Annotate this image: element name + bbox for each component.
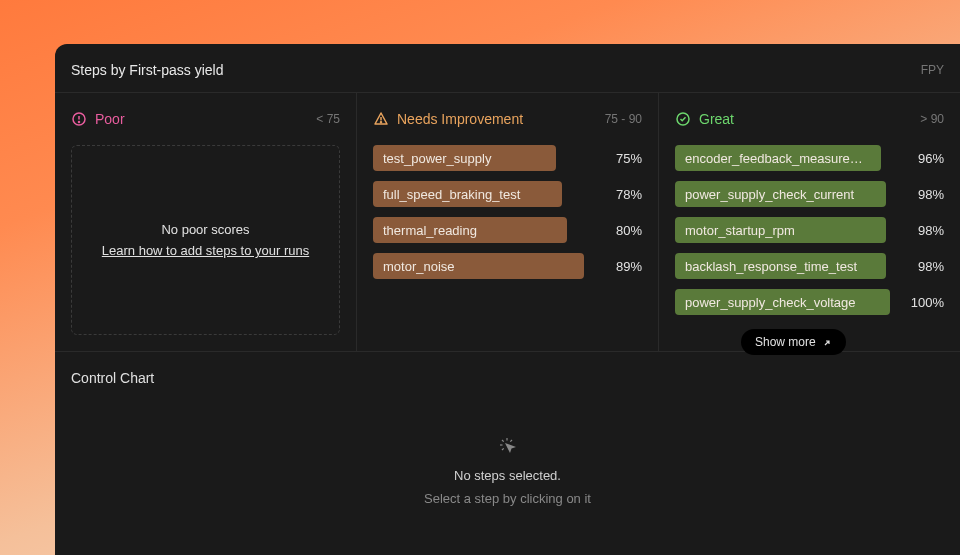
step-value: 80% xyxy=(600,223,642,238)
column-needs-title-wrap: Needs Improvement xyxy=(373,111,523,127)
step-bar-wrap: encoder_feedback_measure… xyxy=(675,145,890,171)
control-chart-title: Control Chart xyxy=(71,370,944,386)
column-poor-label: Poor xyxy=(95,111,125,127)
step-bar-wrap: thermal_reading xyxy=(373,217,588,243)
panel-badge: FPY xyxy=(921,63,944,77)
poor-empty-box: No poor scores Learn how to add steps to… xyxy=(71,145,340,335)
column-great: Great > 90 encoder_feedback_measure…96%p… xyxy=(659,93,960,351)
column-great-range: > 90 xyxy=(920,112,944,126)
column-poor-title-wrap: Poor xyxy=(71,111,125,127)
step-value: 96% xyxy=(902,151,944,166)
step-value: 75% xyxy=(600,151,642,166)
fpy-panel: Steps by First-pass yield FPY Poor < 75 xyxy=(55,44,960,555)
step-bar: encoder_feedback_measure… xyxy=(675,145,881,171)
panel-header: Steps by First-pass yield FPY xyxy=(55,44,960,93)
control-empty-line2: Select a step by clicking on it xyxy=(424,491,591,506)
step-bar: motor_startup_rpm xyxy=(675,217,886,243)
step-bar: thermal_reading xyxy=(373,217,567,243)
column-needs: Needs Improvement 75 - 90 test_power_sup… xyxy=(357,93,659,351)
column-great-title-wrap: Great xyxy=(675,111,734,127)
poor-empty-title: No poor scores xyxy=(161,222,249,237)
arrow-up-right-icon xyxy=(822,337,832,347)
step-bar: power_supply_check_current xyxy=(675,181,886,207)
column-great-label: Great xyxy=(699,111,734,127)
step-value: 98% xyxy=(902,223,944,238)
show-more-label: Show more xyxy=(755,335,816,349)
alert-circle-icon xyxy=(71,111,87,127)
great-step-list: encoder_feedback_measure…96%power_supply… xyxy=(675,145,944,315)
step-row[interactable]: test_power_supply75% xyxy=(373,145,642,171)
svg-point-4 xyxy=(381,122,382,123)
control-chart-section: Control Chart No steps selected. Select … xyxy=(55,351,960,524)
learn-how-link[interactable]: Learn how to add steps to your runs xyxy=(102,243,309,258)
step-bar: backlash_response_time_test xyxy=(675,253,886,279)
step-value: 98% xyxy=(902,259,944,274)
alert-triangle-icon xyxy=(373,111,389,127)
step-row[interactable]: power_supply_check_current98% xyxy=(675,181,944,207)
column-needs-range: 75 - 90 xyxy=(605,112,642,126)
svg-line-10 xyxy=(502,448,504,450)
show-more-button[interactable]: Show more xyxy=(741,329,846,355)
step-row[interactable]: backlash_response_time_test98% xyxy=(675,253,944,279)
step-bar-wrap: power_supply_check_current xyxy=(675,181,890,207)
step-bar-wrap: motor_startup_rpm xyxy=(675,217,890,243)
column-needs-label: Needs Improvement xyxy=(397,111,523,127)
column-poor-range: < 75 xyxy=(316,112,340,126)
needs-step-list: test_power_supply75%full_speed_braking_t… xyxy=(373,145,642,279)
step-value: 89% xyxy=(600,259,642,274)
step-row[interactable]: full_speed_braking_test78% xyxy=(373,181,642,207)
step-row[interactable]: motor_startup_rpm98% xyxy=(675,217,944,243)
step-row[interactable]: power_supply_check_voltage100% xyxy=(675,289,944,315)
step-value: 98% xyxy=(902,187,944,202)
column-poor-header: Poor < 75 xyxy=(71,111,340,127)
svg-line-9 xyxy=(510,440,512,442)
step-value: 78% xyxy=(600,187,642,202)
step-bar-wrap: motor_noise xyxy=(373,253,588,279)
step-bar-wrap: backlash_response_time_test xyxy=(675,253,890,279)
svg-line-8 xyxy=(502,440,504,442)
columns: Poor < 75 No poor scores Learn how to ad… xyxy=(55,93,960,351)
step-row[interactable]: thermal_reading80% xyxy=(373,217,642,243)
step-value: 100% xyxy=(902,295,944,310)
step-bar: test_power_supply xyxy=(373,145,556,171)
step-bar: motor_noise xyxy=(373,253,584,279)
check-circle-icon xyxy=(675,111,691,127)
panel-title: Steps by First-pass yield xyxy=(71,62,224,78)
control-empty-line1: No steps selected. xyxy=(454,468,561,483)
step-bar-wrap: power_supply_check_voltage xyxy=(675,289,890,315)
svg-point-2 xyxy=(79,122,80,123)
step-row[interactable]: encoder_feedback_measure…96% xyxy=(675,145,944,171)
control-chart-empty: No steps selected. Select a step by clic… xyxy=(71,436,944,506)
column-needs-header: Needs Improvement 75 - 90 xyxy=(373,111,642,127)
column-great-header: Great > 90 xyxy=(675,111,944,127)
step-row[interactable]: motor_noise89% xyxy=(373,253,642,279)
column-poor: Poor < 75 No poor scores Learn how to ad… xyxy=(55,93,357,351)
step-bar-wrap: full_speed_braking_test xyxy=(373,181,588,207)
cursor-click-icon xyxy=(498,436,518,456)
step-bar: full_speed_braking_test xyxy=(373,181,562,207)
step-bar: power_supply_check_voltage xyxy=(675,289,890,315)
step-bar-wrap: test_power_supply xyxy=(373,145,588,171)
